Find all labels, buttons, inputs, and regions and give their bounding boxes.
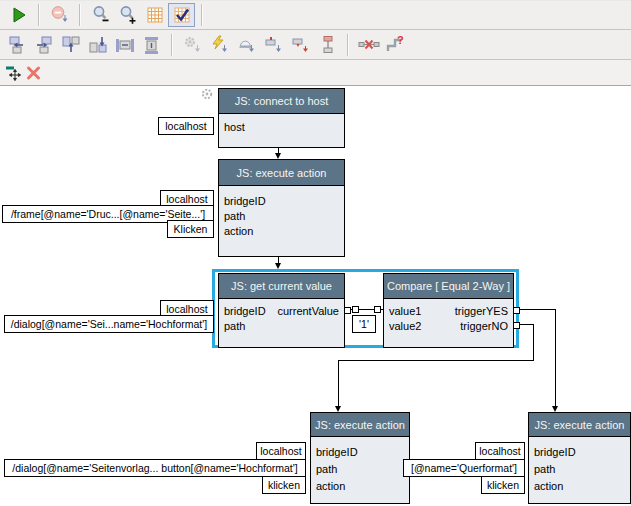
connector-square[interactable]	[513, 322, 520, 329]
node-title: JS: connect to host	[219, 89, 344, 114]
connect-pins-icon	[318, 35, 338, 55]
pin-label: path	[534, 463, 555, 475]
flow-editor-window: ?	[0, 0, 631, 506]
pin-value-box[interactable]: localhost	[475, 442, 525, 460]
node-title: JS: execute action	[219, 160, 344, 186]
gear-pin-button[interactable]	[179, 33, 206, 57]
pin-label: value1	[389, 305, 421, 317]
connector-square[interactable]	[374, 306, 381, 313]
pin-label: path	[224, 320, 245, 332]
pin-label: value2	[389, 320, 421, 332]
zoom-in-button[interactable]	[114, 3, 141, 27]
center-vertical-button[interactable]	[138, 33, 165, 57]
pin-label: triggerNO	[460, 320, 508, 332]
connector-square[interactable]	[352, 306, 359, 313]
node-connect-to-host[interactable]: JS: connect to host host	[218, 88, 345, 148]
delete-connection-button[interactable]	[355, 33, 382, 57]
pin-label: bridgeID	[316, 446, 358, 458]
delete-button[interactable]	[24, 63, 44, 83]
connection-line[interactable]	[338, 360, 339, 407]
pin-label: action	[224, 225, 253, 237]
pin-value-box[interactable]: localhost	[256, 442, 306, 460]
run-button[interactable]	[5, 3, 32, 27]
pin-value-box[interactable]: /dialog[@name='Seitenvorlag... button[@n…	[4, 459, 306, 477]
diagram-canvas[interactable]: JS: connect to host host localhost JS: e…	[0, 86, 631, 506]
align-bottom-icon	[87, 35, 109, 55]
center-horizontal-icon	[114, 35, 136, 55]
connection-line[interactable]	[519, 309, 556, 310]
move-anchor-button[interactable]	[4, 63, 24, 83]
delete-connection-icon	[358, 35, 380, 55]
pin-value-box[interactable]: localhost	[158, 117, 214, 135]
node-execute-action-3[interactable]: JS: execute action bridgeID path action	[528, 412, 631, 504]
pin-label: action	[316, 480, 345, 492]
delete-icon	[25, 64, 43, 82]
align-top-icon	[60, 35, 82, 55]
node-execute-action-2[interactable]: JS: execute action bridgeID path action	[310, 412, 410, 504]
grid-icon	[145, 5, 165, 25]
output-pin-button[interactable]	[260, 33, 287, 57]
connector-square[interactable]	[513, 307, 520, 314]
node-execute-action-1[interactable]: JS: execute action bridgeID path action	[218, 159, 345, 257]
main-toolbar	[0, 1, 631, 30]
align-left-icon	[6, 35, 28, 55]
node-title: JS: execute action	[529, 413, 630, 437]
node-get-current-value[interactable]: JS: get current value bridgeID currentVa…	[218, 273, 345, 348]
bell-pin-button[interactable]	[233, 33, 260, 57]
node-title: JS: execute action	[311, 413, 409, 437]
check-connection-button[interactable]: ?	[382, 33, 409, 57]
pin-value-box[interactable]: klicken	[481, 476, 525, 494]
pin-label: bridgeID	[224, 305, 266, 317]
pin-value-box[interactable]: '1'	[352, 315, 376, 333]
toolbar-separator	[347, 34, 349, 56]
pin-value-box[interactable]: [@name='Querformat']	[403, 459, 525, 477]
node-title: Compare [ Equal 2-Way ]	[384, 274, 513, 299]
connection-line[interactable]	[555, 309, 556, 407]
connect-pins-button[interactable]	[314, 33, 341, 57]
connection-line[interactable]	[338, 360, 534, 361]
gear-icon	[200, 87, 214, 101]
svg-text:?: ?	[397, 35, 404, 46]
input-pin-icon	[291, 35, 311, 55]
align-left-button[interactable]	[3, 33, 30, 57]
toolbar-separator	[171, 34, 173, 56]
node-compare[interactable]: Compare [ Equal 2-Way ] value1 triggerYE…	[383, 273, 514, 348]
center-horizontal-button[interactable]	[111, 33, 138, 57]
align-top-button[interactable]	[57, 33, 84, 57]
toolbar-separator	[79, 4, 81, 26]
input-pin-button[interactable]	[287, 33, 314, 57]
lightning-pin-button[interactable]	[206, 33, 233, 57]
pin-label: action	[534, 480, 563, 492]
run-icon	[9, 5, 29, 25]
breakpoint-icon	[50, 5, 70, 25]
center-vertical-icon	[141, 35, 163, 55]
zoom-in-icon	[118, 5, 138, 25]
pin-label: currentValue	[277, 305, 339, 317]
pin-label: triggerYES	[455, 305, 508, 317]
connection-line[interactable]	[519, 324, 534, 325]
pin-value-box[interactable]: /dialog[@name='Sei...name='Hochformat']	[4, 315, 214, 333]
align-bottom-button[interactable]	[84, 33, 111, 57]
node-title: JS: get current value	[219, 274, 344, 299]
pin-label: bridgeID	[534, 446, 576, 458]
bell-pin-icon	[237, 35, 257, 55]
connection-line[interactable]	[533, 324, 534, 361]
pin-value-box[interactable]: Klicken	[167, 220, 214, 238]
check-connection-icon: ?	[385, 35, 407, 55]
canvas-toolbar	[0, 60, 631, 86]
pin-value-box[interactable]: klicken	[262, 476, 306, 494]
gear-pin-icon	[183, 35, 203, 55]
grid-button[interactable]	[141, 3, 168, 27]
breakpoint-button[interactable]	[46, 3, 73, 27]
zoom-out-button[interactable]	[87, 3, 114, 27]
connector-square[interactable]	[344, 307, 351, 314]
align-right-icon	[33, 35, 55, 55]
pin-label: host	[224, 121, 245, 133]
output-pin-icon	[264, 35, 284, 55]
toolbar-separator	[38, 4, 40, 26]
align-right-button[interactable]	[30, 33, 57, 57]
toolbar-separator	[201, 4, 203, 26]
pin-label: bridgeID	[224, 195, 266, 207]
layout-toolbar: ?	[0, 30, 631, 60]
snap-to-grid-button[interactable]	[168, 3, 195, 27]
